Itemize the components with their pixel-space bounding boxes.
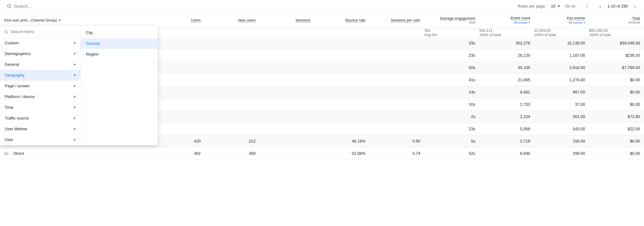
- summary-sessions-cell: [260, 28, 314, 37]
- row-event-count-cell: 26,120: [479, 49, 534, 62]
- row-bounce-rate-cell: 52.08%: [314, 147, 369, 160]
- row-sessions-per-user-cell: [370, 49, 424, 62]
- go-to-label: Go to:: [565, 4, 576, 9]
- submenu-item-region[interactable]: Region: [80, 49, 158, 60]
- dropdown-menu-item-traffic_source[interactable]: Traffic source: [0, 113, 80, 124]
- dropdown-menu-item-demographics[interactable]: Demographics: [0, 48, 80, 59]
- search-input[interactable]: [14, 4, 115, 9]
- row-bounce-rate-cell: [314, 123, 369, 135]
- avg-engagement-header-label[interactable]: Average engagement: [440, 16, 475, 21]
- key-events-header-label[interactable]: Key events: [567, 16, 585, 21]
- dropdown-menu-item-custom[interactable]: Custom: [0, 38, 80, 48]
- submenu-item-label: Region: [86, 52, 98, 56]
- dimension-picker-button[interactable]: First user prim...Channel Group): [4, 18, 61, 23]
- sessions-per-user-header-label[interactable]: Sessions per user: [391, 18, 420, 23]
- row-key-events-cell: 156.00: [534, 135, 589, 147]
- go-to-input[interactable]: [581, 3, 593, 10]
- row-revenue-cell: $0.00: [589, 98, 644, 111]
- row-revenue-cell: $0.00: [589, 147, 644, 160]
- key-events-filter-button[interactable]: All events: [568, 21, 585, 25]
- dropdown-menu-item-platform_device[interactable]: Platform / device: [0, 91, 80, 102]
- table-container: First user prim...Channel Group) Users N…: [0, 13, 644, 160]
- row-users-cell: [150, 123, 204, 135]
- dropdown-menu-item-geography[interactable]: Geography: [0, 70, 80, 81]
- dropdown-right-panel: CityCountryRegion: [80, 26, 158, 145]
- bounce-rate-header-label[interactable]: Bounce rate: [346, 18, 366, 23]
- menu-item-label: Page / screen: [5, 84, 30, 88]
- dropdown-submenu-list: CityCountryRegion: [80, 27, 158, 60]
- menu-item-arrow-icon: [74, 138, 76, 141]
- row-bounce-rate-cell: 46.19%: [314, 135, 369, 147]
- row-new-users-cell: [204, 86, 260, 98]
- summary-avg-engagement-cell: 35s Avg 0%: [424, 28, 479, 37]
- summary-key-events-cell: 31,584.00 100% of total: [534, 28, 589, 37]
- dropdown-menu-item-time[interactable]: Time: [0, 102, 80, 113]
- menu-item-arrow-icon: [74, 96, 76, 98]
- row-new-users-cell: [204, 37, 260, 49]
- summary-users-cell: [150, 28, 204, 37]
- row-event-count-cell: 9,461: [479, 86, 534, 98]
- dropdown-menu-item-general[interactable]: General: [0, 59, 80, 70]
- row-sessions-cell: [260, 98, 314, 111]
- menu-item-label: Time: [5, 105, 14, 110]
- bounce-rate-column-header: Bounce rate: [314, 13, 369, 28]
- dropdown-search-input[interactable]: [11, 29, 76, 34]
- rows-per-page-label: Rows per page:: [518, 4, 546, 9]
- new-users-header-label[interactable]: New users: [238, 18, 256, 23]
- row-avg-engagement-cell: 24s: [424, 86, 479, 98]
- submenu-item-country[interactable]: Country: [80, 38, 158, 49]
- row-event-count-cell: 35,105: [479, 62, 534, 74]
- dropdown-search-icon: [4, 30, 8, 34]
- rows-per-page-value[interactable]: 10: [551, 4, 560, 9]
- total-revenue-header-main[interactable]: Total: [632, 16, 640, 21]
- event-count-header-label[interactable]: Event count: [511, 16, 530, 21]
- table-row: 10Direct40235052.08%0.7452s6,946299.00$0…: [0, 147, 644, 160]
- summary-avg-engagement-sub: Avg 0%: [424, 33, 479, 37]
- summary-event-count-value: 504,111: [479, 28, 534, 33]
- event-count-chevron-icon: [528, 22, 530, 23]
- row-event-count-cell: 5,069: [479, 123, 534, 135]
- row-avg-engagement-cell: 2s: [424, 111, 479, 123]
- event-count-filter-button[interactable]: All events: [514, 21, 530, 25]
- row-users-cell: 402: [150, 147, 204, 160]
- prev-page-button[interactable]: ‹: [598, 3, 602, 10]
- users-header-label[interactable]: Users: [191, 18, 200, 23]
- row-users-cell: [150, 98, 204, 111]
- row-sessions-cell: [260, 74, 314, 86]
- row-users-cell: [150, 74, 204, 86]
- submenu-item-city[interactable]: City: [80, 27, 158, 38]
- row-sessions-cell: [260, 135, 314, 147]
- users-column-header: Users: [150, 13, 204, 28]
- summary-avg-engagement-value: 35s: [424, 28, 479, 33]
- sessions-header-label[interactable]: Sessions: [296, 18, 310, 23]
- row-event-count-cell: 302,276: [479, 37, 534, 49]
- menu-item-arrow-icon: [74, 117, 76, 119]
- row-event-count-cell: 2,104: [479, 111, 534, 123]
- rows-per-page-chevron[interactable]: [558, 5, 560, 7]
- dimension-chevron-icon: [58, 20, 61, 21]
- event-count-column-header: Event count All events: [479, 13, 534, 28]
- row-number: 10: [4, 151, 8, 156]
- row-new-users-cell: 350: [204, 147, 260, 160]
- summary-revenue-cell: $50,288.53 100% of total: [589, 28, 644, 37]
- summary-event-count-cell: 504,111 100% of total: [479, 28, 534, 37]
- row-dimension-value[interactable]: Direct: [14, 151, 24, 156]
- row-key-events-cell: 3,916.00: [534, 62, 589, 74]
- row-sessions-cell: [260, 123, 314, 135]
- row-dimension-cell: 10Direct: [0, 147, 150, 160]
- row-sessions-per-user-cell: [370, 86, 424, 98]
- dropdown-menu-item-user_lifetime[interactable]: User lifetime: [0, 124, 80, 134]
- row-revenue-cell: $0.00: [589, 135, 644, 147]
- row-key-events-cell: 1,187.00: [534, 49, 589, 62]
- row-new-users-cell: [204, 98, 260, 111]
- pagination-area: Rows per page: 10 Go to: ‹ 1-10 of 330 ›: [518, 3, 637, 10]
- menu-item-arrow-icon: [74, 106, 76, 109]
- dropdown-menu-item-user[interactable]: User: [0, 134, 80, 145]
- row-bounce-rate-cell: [314, 111, 369, 123]
- menu-item-arrow-icon: [74, 74, 76, 76]
- row-new-users-cell: [204, 111, 260, 123]
- dropdown-menu-item-page_screen[interactable]: Page / screen: [0, 81, 80, 91]
- next-page-button[interactable]: ›: [633, 3, 637, 10]
- row-key-events-cell: 543.00: [534, 123, 589, 135]
- menu-item-label: Demographics: [5, 51, 31, 56]
